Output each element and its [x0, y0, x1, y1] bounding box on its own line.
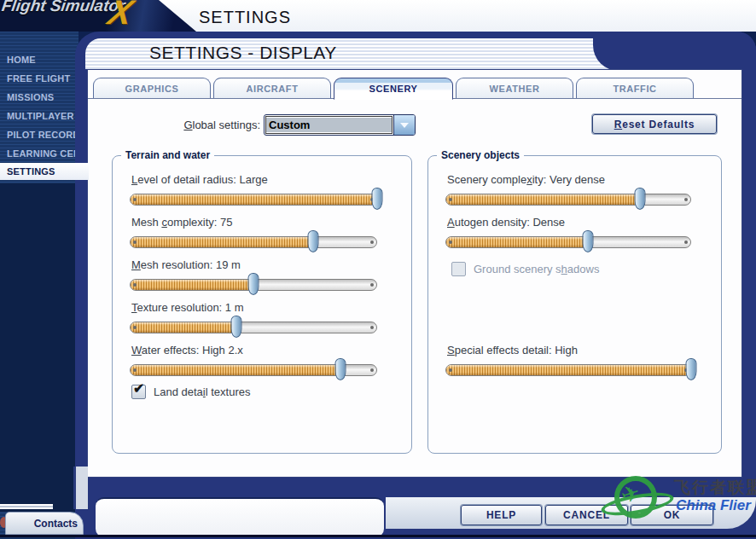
reset-defaults-button[interactable]: Reset Defaults — [592, 114, 717, 134]
lod-radius-slider[interactable] — [130, 188, 377, 209]
land-detail-textures-label: Land detail textures — [154, 385, 250, 398]
sidebar-item-home[interactable]: HOME — [0, 51, 79, 68]
tip-box — [96, 497, 384, 537]
checkbox-box[interactable] — [451, 262, 466, 276]
tab-scenery[interactable]: SCENERY — [334, 78, 453, 100]
sidebar-item-multiplayer[interactable]: MULTIPLAYER — [0, 107, 79, 125]
ground-scenery-shadows-label: Ground scenery shadows — [474, 263, 599, 275]
mesh-resolution-slider[interactable] — [130, 274, 377, 294]
tab-traffic[interactable]: TRAFFIC — [576, 78, 694, 98]
fsx-logo-text: Flight Simulator — [0, 0, 126, 15]
dialog-corner-decoration — [593, 32, 756, 71]
terrain-group-legend: Terrain and water — [121, 149, 214, 161]
contacts-strip-decoration — [0, 504, 53, 509]
dialog-content: GRAPHICS AIRCRAFT SCENERY WEATHER TRAFFI… — [87, 69, 742, 478]
water-effects-slider[interactable] — [130, 359, 377, 380]
mesh-complexity-label: Mesh complexity: 75 — [131, 216, 233, 229]
texture-resolution-slider[interactable] — [130, 316, 377, 337]
sidebar-lower-panel — [0, 183, 79, 512]
watermark-english-text: China Flier — [676, 497, 751, 514]
slider-thumb[interactable] — [583, 230, 594, 252]
autogen-density-label: Autogen density: Dense — [447, 216, 565, 229]
slider-thumb[interactable] — [230, 316, 241, 338]
slider-thumb[interactable] — [686, 358, 697, 380]
slider-thumb[interactable] — [248, 273, 259, 295]
special-effects-label: Special effects detail: High — [447, 344, 578, 356]
dialog-title: SETTINGS - DISPLAY — [149, 43, 337, 63]
special-effects-slider[interactable] — [445, 359, 691, 380]
checkbox-box[interactable]: ✔ — [131, 385, 146, 399]
scenery-group-legend: Scenery objects — [437, 149, 524, 161]
autogen-density-slider[interactable] — [445, 231, 691, 252]
global-settings-label: Global settings: — [113, 119, 260, 131]
mesh-complexity-slider[interactable] — [130, 231, 377, 252]
slider-thumb[interactable] — [372, 188, 383, 210]
dropdown-button[interactable] — [393, 115, 415, 135]
watermark-chinese-text: 飞行者联盟 — [674, 477, 756, 499]
sidebar-item-missions[interactable]: MISSIONS — [0, 89, 79, 106]
scenery-complexity-slider[interactable] — [445, 188, 691, 209]
page-title: SETTINGS — [199, 8, 291, 27]
land-detail-textures-checkbox[interactable]: ✔ Land detail textures — [131, 385, 250, 399]
tab-graphics[interactable]: GRAPHICS — [93, 78, 211, 98]
checkmark-icon: ✔ — [133, 380, 144, 397]
tab-weather[interactable]: WEATHER — [456, 78, 573, 98]
sidebar-item-free-flight[interactable]: FREE FLIGHT — [0, 70, 79, 87]
tab-aircraft[interactable]: AIRCRAFT — [213, 78, 331, 98]
window-edge-strip — [73, 467, 88, 509]
dropdown-selected-value: Custom — [265, 116, 393, 134]
sidebar-item-learning-center[interactable]: LEARNING CENTER — [0, 145, 79, 162]
slider-thumb[interactable] — [307, 230, 318, 252]
slider-thumb[interactable] — [334, 358, 346, 380]
ground-scenery-shadows-checkbox[interactable]: Ground scenery shadows — [451, 262, 599, 276]
lod-radius-label: Level of detail radius: Large — [131, 173, 268, 186]
texture-resolution-label: Texture resolution: 1 m — [131, 301, 244, 314]
terrain-and-water-group: Terrain and water Level of detail radius… — [112, 155, 412, 454]
china-flier-watermark: ✈ 飞行者联盟 China Flier — [608, 474, 756, 539]
scenery-complexity-label: Scenery complexity: Very dense — [447, 173, 605, 186]
contacts-tab[interactable]: Contacts — [5, 512, 84, 535]
scenery-objects-group: Scenery objects Scenery complexity: Very… — [427, 155, 722, 454]
sidebar-item-settings[interactable]: SETTINGS — [0, 163, 89, 180]
mesh-resolution-label: Mesh resolution: 19 m — [131, 258, 241, 271]
chevron-down-icon — [400, 123, 409, 128]
help-button[interactable]: HELP — [461, 505, 542, 525]
water-effects-label: Water effects: High 2.x — [131, 344, 243, 356]
sidebar-item-pilot-records[interactable]: PILOT RECORDS — [0, 126, 79, 143]
global-settings-dropdown[interactable]: Custom — [264, 114, 416, 136]
slider-thumb[interactable] — [634, 188, 645, 210]
